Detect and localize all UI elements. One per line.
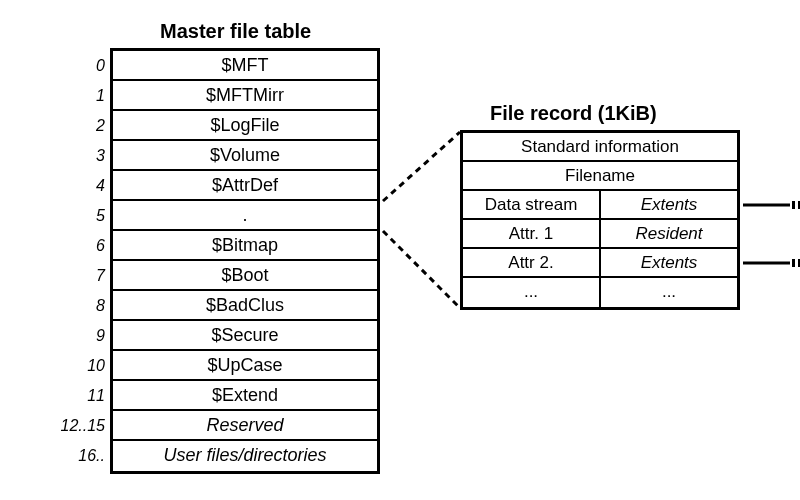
mft-row-label: User files/directories [163,445,326,465]
mft-row: 8$BadClus [113,291,377,321]
file-record-cell-left: ... [463,278,601,307]
mft-row-label: $LogFile [210,115,279,135]
file-record-table: Standard informationFilenameData streamE… [460,130,740,310]
mft-row-label: $MFT [222,55,269,75]
mft-row-label: $AttrDef [212,175,278,195]
mft-row-index: 4 [53,171,113,201]
svg-line-1 [383,231,460,308]
file-record-cell-right: Extents [601,249,737,276]
mft-row-index: 1 [53,81,113,111]
mft-row: 4$AttrDef [113,171,377,201]
svg-rect-3 [792,201,795,209]
mft-row: 6$Bitmap [113,231,377,261]
mft-row: 1$MFTMirr [113,81,377,111]
mft-row-index: 5 [53,201,113,231]
mft-row: 0$MFT [113,51,377,81]
file-record-cell-right: ... [601,278,737,307]
mft-row: 5. [113,201,377,231]
file-record-row: Standard information [463,133,737,162]
file-record-row: Attr 2.Extents [463,249,737,278]
mft-row-label: $Boot [221,265,268,285]
mft-row-label: $MFTMirr [206,85,284,105]
mft-row: 11$Extend [113,381,377,411]
mft-row-label: $Bitmap [212,235,278,255]
mft-row-label: $Volume [210,145,280,165]
mft-row-index: 7 [53,261,113,291]
mft-row-label: Reserved [206,415,283,435]
mft-row-index: 2 [53,111,113,141]
mft-row-index: 3 [53,141,113,171]
mft-row-label: . [242,205,247,225]
file-record-cell: Standard information [463,133,737,160]
mft-table: 0$MFT1$MFTMirr2$LogFile3$Volume4$AttrDef… [110,48,380,474]
file-record-row: Filename [463,162,737,191]
mft-row-label: $Secure [211,325,278,345]
file-record-row: Attr. 1Resident [463,220,737,249]
mft-title: Master file table [160,20,311,43]
mft-row-index: 8 [53,291,113,321]
mft-row-index: 10 [53,351,113,381]
mft-row-index: 12..15 [53,411,113,441]
mft-row: 3$Volume [113,141,377,171]
file-record-cell-left: Attr. 1 [463,220,601,247]
mft-row: 2$LogFile [113,111,377,141]
svg-rect-7 [792,259,795,267]
file-record-cell-right: Extents [601,191,737,218]
file-record-row: Data streamExtents [463,191,737,220]
mft-row-label: $BadClus [206,295,284,315]
mft-row-index: 9 [53,321,113,351]
mft-row-index: 6 [53,231,113,261]
mft-row-index: 11 [53,381,113,411]
mft-row-label: $Extend [212,385,278,405]
mft-row: 7$Boot [113,261,377,291]
file-record-cell-left: Data stream [463,191,601,218]
file-record-cell-left: Attr 2. [463,249,601,276]
mft-row: 9$Secure [113,321,377,351]
mft-row-index: 16.. [53,441,113,471]
file-record-row: ...... [463,278,737,307]
mft-row-index: 0 [53,51,113,81]
mft-row: 10$UpCase [113,351,377,381]
mft-row-label: $UpCase [207,355,282,375]
file-record-cell: Filename [463,162,737,189]
file-record-cell-right: Resident [601,220,737,247]
svg-line-0 [383,132,460,201]
file-record-title: File record (1KiB) [490,102,657,125]
mft-row: 16..User files/directories [113,441,377,471]
mft-row: 12..15Reserved [113,411,377,441]
